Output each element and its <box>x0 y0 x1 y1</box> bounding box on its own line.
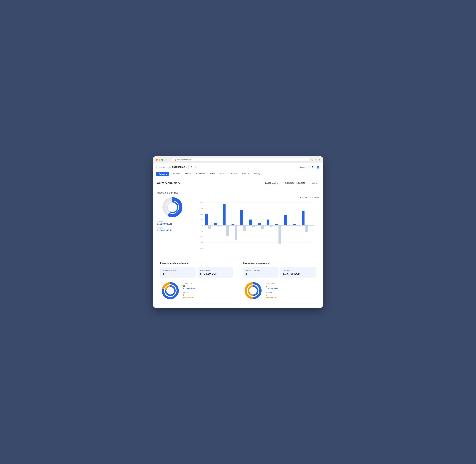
legend-income-label: Income <box>302 196 307 198</box>
svg-rect-27 <box>226 225 229 236</box>
tab-income[interactable]: Income <box>183 171 194 177</box>
maximize-button[interactable] <box>161 159 163 161</box>
tab-contacts[interactable]: Contacts <box>170 171 182 177</box>
payment-past-due-amount: 523,00 EUR <box>266 296 316 299</box>
create-button[interactable]: + Create <box>296 165 309 169</box>
collection-on-schedule-amount: 8.245,00 EUR <box>183 287 233 290</box>
minimize-button[interactable] <box>159 159 160 161</box>
expenses-value: 63.000,93 EUR <box>157 229 188 232</box>
payment-past-due-count: 1 <box>266 294 316 296</box>
page-title: Activity summary <box>157 182 180 185</box>
browser-window: ‹ › 🔒 app.b2brouter.net ↻ ⬆ + Account na… <box>153 156 323 308</box>
new-tab-button[interactable]: + <box>319 158 320 161</box>
income-summary: Income 87.023,00 EUR <box>157 221 188 225</box>
svg-rect-31 <box>243 225 246 231</box>
collection-menu-button[interactable]: ⋮ <box>230 261 233 265</box>
invoices-section: Invoices pending collection ⋮ Number of … <box>157 258 319 304</box>
chevron-down-icon: ▾ <box>305 182 306 184</box>
svg-rect-22 <box>205 214 208 225</box>
close-button[interactable] <box>156 159 158 161</box>
payment-schedule-info: On schedule 1 1.254,00 EUR Past due 1 52… <box>266 283 316 299</box>
back-button[interactable]: ‹ <box>165 158 167 161</box>
payment-total-label: Total amount <box>283 270 313 271</box>
payment-on-schedule-amount: 1.254,00 EUR <box>266 287 316 290</box>
nav-arrows: ‹ › <box>165 158 170 161</box>
chart-legend: Income Expenses <box>192 196 319 198</box>
income-dot <box>300 197 301 198</box>
payment-total-value: 1.377,00 EUR <box>283 272 313 275</box>
share-button[interactable]: ⬆ <box>315 158 317 161</box>
collection-past-due-amount: 457,20 EUR <box>183 296 233 299</box>
expenses-summary: Expenses 63.000,93 EUR <box>157 227 188 232</box>
svg-text:-50: -50 <box>201 231 203 232</box>
tab-banks[interactable]: Banks <box>218 171 228 177</box>
address-bar[interactable]: 🔒 app.b2brouter.net <box>172 158 309 162</box>
tab-expenses[interactable]: Expenses <box>194 171 207 177</box>
collection-total-value: 8.703,20 EUR <box>200 272 231 275</box>
svg-rect-41 <box>287 225 290 226</box>
svg-rect-24 <box>214 223 217 225</box>
collection-donut <box>160 281 180 301</box>
svg-rect-40 <box>284 215 287 225</box>
invoices-payment-panel: Invoices pending payment ⋮ Number of inv… <box>240 258 319 304</box>
lightning-icon[interactable]: ⚡ <box>194 166 197 169</box>
collection-stats-cards: Number of invoices 17 Total amount 8.703… <box>160 267 233 278</box>
payment-on-schedule-label: On schedule <box>266 283 316 284</box>
help-icon[interactable]: ? <box>310 165 315 169</box>
user-icon[interactable]: 👤 <box>317 166 320 169</box>
tab-overview[interactable]: Overview <box>156 172 169 176</box>
svg-rect-44 <box>302 211 304 225</box>
income-value: 87.023,00 EUR <box>157 222 188 225</box>
payment-panel-title: Invoices pending payment <box>243 262 270 264</box>
collection-num-value: 17 <box>163 272 193 275</box>
payment-past-due-label: Past due <box>266 291 316 293</box>
traffic-lights <box>156 159 163 161</box>
payment-num-label: Number of invoices <box>245 270 276 271</box>
forward-button[interactable]: › <box>168 158 170 161</box>
payment-menu-button[interactable]: ⋮ <box>313 261 316 265</box>
invoices-collection-panel: Invoices pending collection ⋮ Number of … <box>157 258 236 304</box>
legend-income: Income <box>300 196 307 198</box>
collection-on-schedule-count: 13 <box>183 285 233 287</box>
period-filter-button[interactable]: Last 12 months ▾ <box>263 181 282 185</box>
account-selector[interactable]: Account name ENTERPRISE ▾ <box>156 165 189 169</box>
income-label: Income <box>157 221 188 222</box>
svg-text:-200: -200 <box>200 248 203 249</box>
svg-rect-36 <box>267 220 269 225</box>
collection-past-due-label: Past due <box>183 291 233 293</box>
collection-schedule-info: On schedule 13 8.245,00 EUR Past due 4 4… <box>183 283 233 299</box>
main-content: Activity summary Last 12 months ▾ 01.01.… <box>153 177 323 308</box>
account-name: ENTERPRISE <box>172 166 185 168</box>
payment-total-card: Total amount 1.377,00 EUR <box>280 267 316 278</box>
svg-rect-37 <box>270 225 272 227</box>
payment-on-schedule-count: 1 <box>266 285 316 287</box>
period-filter-label: Last 12 months <box>265 182 278 184</box>
income-expenses-section: Income 87.023,00 EUR Expenses 63.000,93 … <box>157 196 319 249</box>
svg-text:200: 200 <box>200 202 203 203</box>
svg-rect-38 <box>275 224 278 225</box>
tab-reports[interactable]: Reports <box>240 171 251 177</box>
settings-icon[interactable]: ⚙ <box>190 166 193 169</box>
browser-actions: ↻ ⬆ + <box>311 158 320 161</box>
lock-icon: 🔒 <box>174 159 176 161</box>
reload-button[interactable]: ↻ <box>311 158 313 161</box>
collection-num-invoices-card: Number of invoices 17 <box>160 267 196 278</box>
divider-2 <box>157 255 319 255</box>
payment-donut-svg <box>243 281 263 301</box>
svg-text:50: 50 <box>201 219 203 221</box>
date-filter-button[interactable]: 01.01.2023 - 31.12.2023 ▾ <box>283 181 308 185</box>
tab-taxes[interactable]: Taxes <box>208 171 217 177</box>
tab-activity[interactable]: Activity <box>252 171 262 177</box>
svg-rect-42 <box>293 224 296 225</box>
tab-archive[interactable]: Archive <box>228 171 239 177</box>
chevron-down-icon: ▾ <box>186 166 187 168</box>
currency-filter-button[interactable]: EUR ▾ <box>310 181 319 185</box>
svg-rect-32 <box>249 220 252 225</box>
svg-rect-29 <box>235 225 237 240</box>
svg-rect-23 <box>208 225 211 229</box>
browser-chrome: ‹ › 🔒 app.b2brouter.net ↻ ⬆ + <box>153 156 323 163</box>
left-summary: Income 87.023,00 EUR Expenses 63.000,93 … <box>157 196 188 249</box>
collection-total-label: Total amount <box>200 270 231 271</box>
svg-text:-150: -150 <box>200 242 203 243</box>
collection-num-label: Number of invoices <box>163 270 193 271</box>
